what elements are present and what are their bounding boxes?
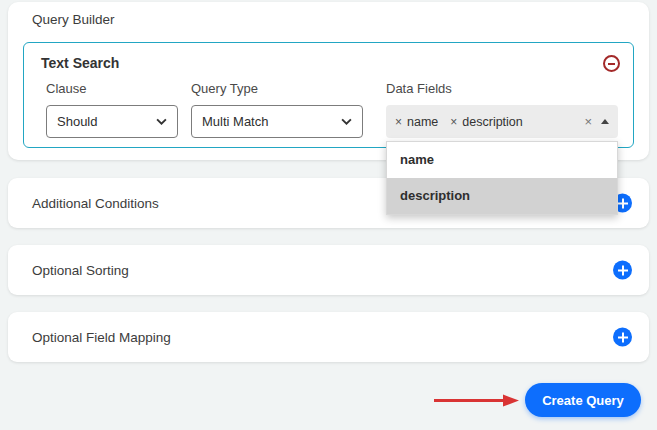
dropdown-option-name[interactable]: name bbox=[387, 142, 617, 178]
data-fields-label: Data Fields bbox=[386, 81, 618, 96]
query-type-field: Query Type Multi Match bbox=[191, 81, 363, 138]
annotation-arrow-icon bbox=[433, 393, 521, 408]
data-fields-field: Data Fields × name × description × nam bbox=[386, 81, 618, 138]
tag-label: name bbox=[407, 115, 438, 129]
plus-circle-icon bbox=[613, 261, 632, 280]
section-optional-field-mapping: Optional Field Mapping bbox=[8, 312, 649, 362]
selected-tag-name: × name bbox=[395, 115, 438, 129]
add-field-mapping-button[interactable] bbox=[613, 328, 632, 347]
remove-tag-icon[interactable]: × bbox=[450, 116, 457, 128]
section-optional-sorting: Optional Sorting bbox=[8, 245, 649, 295]
clause-field: Clause Should bbox=[46, 81, 178, 138]
clause-label: Clause bbox=[46, 81, 178, 96]
add-sorting-button[interactable] bbox=[613, 261, 632, 280]
query-type-label: Query Type bbox=[191, 81, 363, 96]
clear-all-icon[interactable]: × bbox=[584, 115, 592, 128]
page-title: Query Builder bbox=[32, 12, 115, 27]
section-label: Optional Field Mapping bbox=[32, 330, 171, 345]
selected-tag-description: × description bbox=[450, 115, 522, 129]
clause-select-value: Should bbox=[57, 114, 97, 129]
dropdown-option-description[interactable]: description bbox=[387, 178, 617, 214]
remove-text-search-button[interactable] bbox=[603, 55, 620, 72]
query-builder-card: Query Builder Text Search Clause Should … bbox=[8, 2, 649, 160]
query-type-select-value: Multi Match bbox=[202, 114, 268, 129]
remove-tag-icon[interactable]: × bbox=[395, 116, 402, 128]
plus-circle-icon bbox=[613, 328, 632, 347]
section-label: Optional Sorting bbox=[32, 263, 129, 278]
data-fields-dropdown: name description bbox=[386, 141, 618, 215]
create-query-button[interactable]: Create Query bbox=[525, 383, 641, 417]
query-builder-page: Query Builder Text Search Clause Should … bbox=[0, 0, 657, 430]
chevron-down-icon bbox=[341, 118, 352, 125]
text-search-panel: Text Search Clause Should Query Type Mul… bbox=[23, 42, 634, 148]
minus-circle-icon bbox=[603, 55, 620, 72]
data-fields-select[interactable]: × name × description × bbox=[386, 105, 618, 138]
section-label: Additional Conditions bbox=[32, 196, 159, 211]
tag-label: description bbox=[462, 115, 522, 129]
text-search-title: Text Search bbox=[41, 55, 119, 71]
clause-select[interactable]: Should bbox=[46, 105, 178, 138]
chevron-down-icon bbox=[156, 118, 167, 125]
query-type-select[interactable]: Multi Match bbox=[191, 105, 363, 138]
caret-up-icon[interactable] bbox=[601, 119, 609, 124]
